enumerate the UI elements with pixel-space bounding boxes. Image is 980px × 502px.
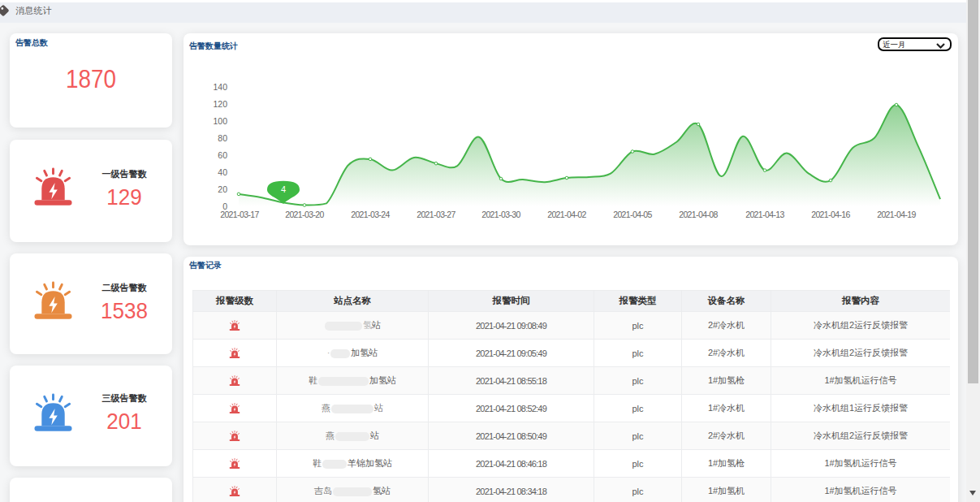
svg-text:140: 140 — [213, 82, 227, 92]
svg-text:100: 100 — [213, 116, 227, 126]
svg-text:2021-04-16: 2021-04-16 — [811, 210, 850, 219]
svg-text:2021-04-13: 2021-04-13 — [745, 210, 784, 219]
svg-text:80: 80 — [218, 133, 227, 143]
svg-text:40: 40 — [218, 167, 227, 177]
svg-text:2021-04-05: 2021-04-05 — [613, 210, 652, 219]
svg-text:2021-03-17: 2021-03-17 — [220, 210, 259, 219]
svg-text:2021-03-20: 2021-03-20 — [285, 210, 324, 219]
svg-text:120: 120 — [213, 99, 227, 109]
svg-text:4: 4 — [281, 184, 286, 194]
svg-text:2021-04-19: 2021-04-19 — [877, 210, 916, 219]
svg-text:2021-03-24: 2021-03-24 — [351, 210, 390, 219]
svg-text:2021-04-02: 2021-04-02 — [547, 210, 586, 219]
svg-text:2021-04-08: 2021-04-08 — [679, 210, 718, 219]
svg-text:2021-03-27: 2021-03-27 — [417, 210, 455, 219]
svg-text:60: 60 — [218, 150, 227, 160]
svg-text:20: 20 — [218, 184, 227, 194]
svg-text:2021-03-30: 2021-03-30 — [481, 210, 520, 219]
